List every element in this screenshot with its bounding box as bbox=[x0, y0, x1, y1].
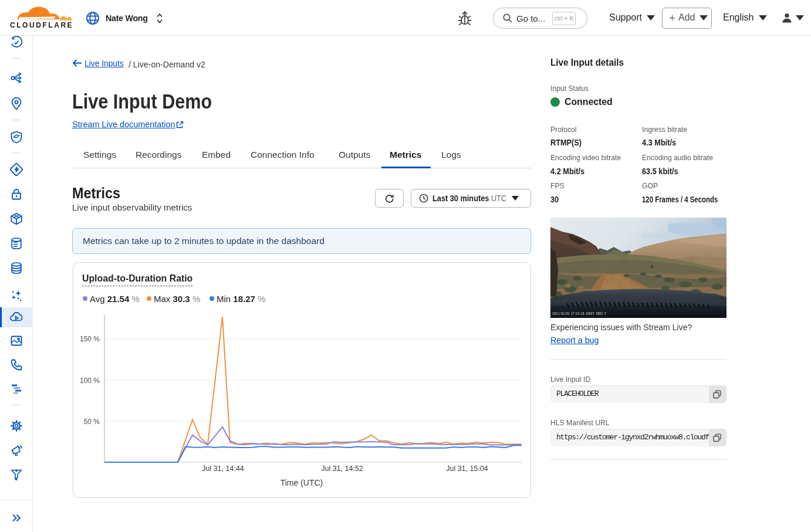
svg-text:2021/10/20 17:54:29 AIKEY DROZ: 2021/10/20 17:54:29 AIKEY DROZ P bbox=[552, 311, 606, 316]
svg-text:50 %: 50 % bbox=[84, 418, 100, 426]
svg-text:100 %: 100 % bbox=[80, 377, 100, 385]
svg-text:150 %: 150 % bbox=[80, 335, 100, 343]
svg-text:CLOUDFLARE: CLOUDFLARE bbox=[10, 21, 73, 29]
svg-text:Jul 31, 15:04: Jul 31, 15:04 bbox=[446, 465, 488, 473]
svg-text:Time (UTC): Time (UTC) bbox=[281, 478, 323, 487]
svg-text:Jul 31, 14:52: Jul 31, 14:52 bbox=[321, 465, 363, 473]
svg-text:Jul 31, 14:44: Jul 31, 14:44 bbox=[202, 465, 244, 473]
